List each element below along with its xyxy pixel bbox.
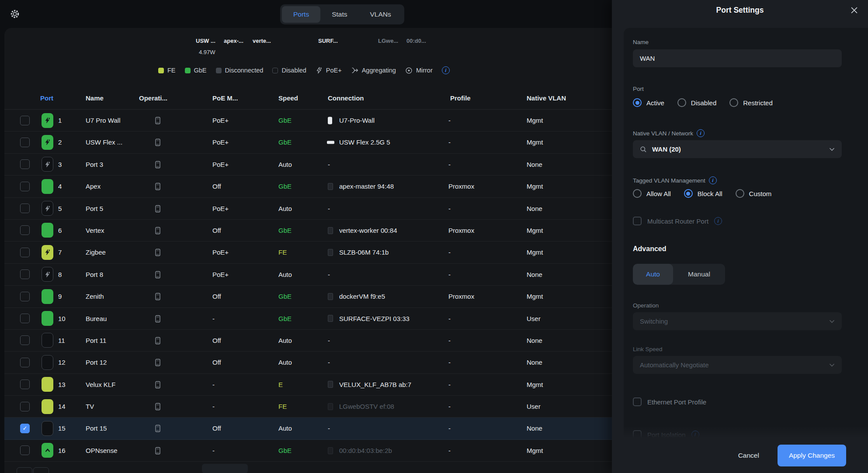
row-checkbox[interactable] — [20, 445, 30, 455]
column-header-poe-m-[interactable]: PoE M... — [212, 94, 238, 102]
radio-dot — [729, 98, 738, 107]
pagination-button[interactable] — [17, 467, 32, 473]
ethernet-profile-label: Ethernet Port Profile — [647, 398, 706, 406]
row-checkbox[interactable] — [20, 335, 30, 345]
row-checkbox[interactable] — [20, 138, 30, 147]
radio-tagged-allow-all[interactable]: Allow All — [633, 189, 671, 198]
info-icon[interactable]: i — [442, 66, 450, 74]
operation-switching-icon — [154, 403, 162, 411]
legend-label: Mirror — [416, 67, 433, 74]
native-vlan: Mgmt — [527, 110, 543, 131]
row-checkbox[interactable] — [20, 402, 30, 411]
checkbox-box — [633, 217, 642, 225]
radio-port-active[interactable]: Active — [633, 98, 664, 107]
port-number: 16 — [58, 440, 66, 461]
connection-name: - — [328, 418, 330, 439]
port-state-radios: ActiveDisabledRestricted — [633, 98, 842, 107]
column-header-speed[interactable]: Speed — [278, 94, 298, 102]
row-checkbox[interactable] — [20, 248, 30, 257]
radio-port-disabled[interactable]: Disabled — [677, 98, 716, 107]
column-header-profile[interactable]: Profile — [450, 94, 471, 102]
multicast-router-checkbox[interactable]: Multicast Router Port i — [633, 217, 842, 225]
row-checkbox[interactable] — [20, 182, 30, 191]
row-checkbox[interactable] — [20, 292, 30, 301]
column-header-connection[interactable]: Connection — [328, 94, 364, 102]
name-input[interactable]: WAN — [633, 49, 842, 67]
power-draw: 4.97W — [199, 49, 215, 55]
link-speed-select[interactable]: Automatically Negotiate — [633, 356, 842, 374]
chevron-down-icon — [829, 320, 835, 323]
column-header-port[interactable]: Port — [40, 94, 53, 102]
ethernet-port-profile-checkbox[interactable]: Ethernet Port Profile — [633, 397, 842, 406]
port-number: 11 — [58, 330, 65, 351]
checkbox-box — [633, 397, 642, 406]
info-icon[interactable]: i — [697, 129, 705, 137]
info-icon[interactable]: i — [714, 217, 722, 225]
row-checkbox[interactable] — [20, 159, 30, 169]
poe-mode: Off — [212, 176, 221, 197]
poe-mode: PoE+ — [212, 242, 229, 263]
native-vlan: User — [527, 308, 541, 329]
native-vlan: User — [527, 396, 541, 417]
radio-label: Disabled — [691, 99, 716, 107]
legend-swatch — [158, 68, 164, 73]
operation-switching-icon — [154, 249, 162, 256]
row-checkbox[interactable]: ✓ — [20, 424, 30, 433]
row-checkbox[interactable] — [20, 204, 30, 213]
legend-swatch — [216, 68, 222, 73]
operation-switching-icon — [154, 425, 162, 432]
connection-device-icon — [328, 447, 333, 454]
connection-name: VELUX_KLF_AB7B ab:7 — [339, 374, 411, 395]
row-checkbox[interactable] — [20, 358, 30, 367]
port-profile: - — [448, 308, 451, 329]
operation-select[interactable]: Switching — [633, 312, 842, 330]
operation-switching-icon — [154, 337, 162, 345]
toggle-manual[interactable]: Manual — [673, 264, 725, 285]
settings-gear-icon[interactable] — [10, 9, 20, 19]
column-header-native-vlan[interactable]: Native VLAN — [527, 94, 566, 102]
tab-ports[interactable]: Ports — [282, 6, 320, 23]
name-value: WAN — [640, 55, 655, 62]
row-checkbox[interactable] — [20, 225, 30, 235]
cancel-button[interactable]: Cancel — [738, 452, 759, 459]
apply-changes-button[interactable]: Apply Changes — [778, 445, 846, 466]
native-vlan: Mgmt — [527, 286, 543, 307]
radio-port-restricted[interactable]: Restricted — [729, 98, 773, 107]
native-vlan: None — [527, 330, 542, 351]
pagination-button[interactable] — [33, 467, 49, 473]
row-checkbox[interactable] — [20, 380, 30, 389]
info-icon[interactable]: i — [709, 176, 717, 184]
port-number: 1 — [58, 110, 62, 131]
port-profile: - — [448, 352, 451, 373]
link-speed: Auto — [278, 264, 292, 285]
name-label: Name — [633, 39, 842, 45]
connection-device-icon — [328, 117, 332, 124]
link-speed: GbE — [278, 440, 292, 461]
port-number: 4 — [58, 176, 62, 197]
radio-tagged-block-all[interactable]: Block All — [684, 189, 722, 198]
port-status-icon — [42, 421, 53, 436]
tab-stats[interactable]: Stats — [320, 6, 358, 23]
tagged-vlan-label: Tagged VLAN Management i — [633, 176, 842, 184]
connection-name: - — [328, 264, 330, 285]
close-icon[interactable] — [851, 7, 858, 14]
toggle-auto[interactable]: Auto — [633, 264, 673, 285]
row-checkbox[interactable] — [20, 314, 30, 323]
port-status-icon — [42, 333, 53, 348]
link-speed: GbE — [278, 131, 292, 153]
multicast-label: Multicast Router Port — [647, 218, 708, 225]
pagination-control[interactable] — [202, 464, 248, 473]
port-name: Apex — [86, 176, 101, 197]
operation-value: Switching — [640, 318, 824, 325]
column-header-name[interactable]: Name — [86, 94, 104, 102]
legend-item-disconnected: Disconnected — [216, 67, 264, 74]
row-checkbox[interactable] — [20, 116, 30, 125]
radio-label: Restricted — [743, 99, 773, 107]
connection-device-icon — [328, 293, 333, 300]
operation-switching-icon — [154, 447, 162, 455]
row-checkbox[interactable] — [20, 269, 30, 279]
tab-vlans[interactable]: VLANs — [359, 6, 403, 23]
radio-tagged-custom[interactable]: Custom — [736, 189, 772, 198]
native-vlan-select[interactable]: WAN (20) — [633, 140, 842, 158]
column-header-operati-[interactable]: Operati... — [139, 94, 167, 102]
